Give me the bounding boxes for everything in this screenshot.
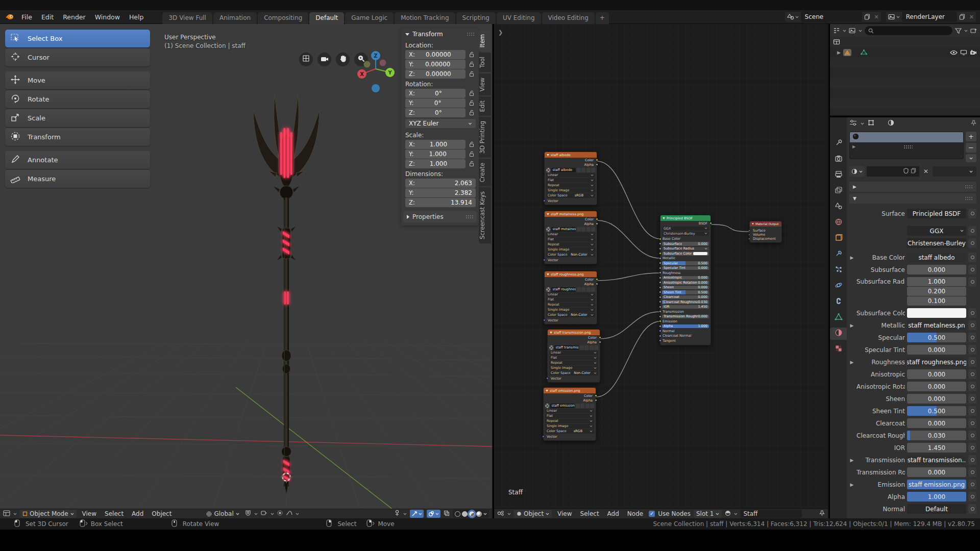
outliner-row-staff[interactable]: ▶ <box>830 47 980 58</box>
properties-editor-icon[interactable] <box>849 119 857 128</box>
input-socket-vector[interactable] <box>546 377 549 380</box>
output-socket-color[interactable] <box>596 159 598 161</box>
value-slider[interactable]: Sheen Tint0.500 <box>662 290 709 294</box>
value-slider-transmission-rough-[interactable]: 0.000 <box>907 467 966 477</box>
outliner-display-mode-icon[interactable] <box>833 26 840 36</box>
value-slider-alpha[interactable]: 1.000 <box>907 492 966 502</box>
sidebar-tab-3d-printing[interactable]: 3D Printing <box>479 117 491 158</box>
animate-dot-button[interactable] <box>968 369 976 379</box>
value-slider[interactable]: Clearcoat Roughness0.030 <box>662 300 709 304</box>
workspace-tab-video-editing[interactable]: Video Editing <box>542 12 595 24</box>
value-slider-clearcoat[interactable]: 0.000 <box>907 418 966 428</box>
use-nodes-checkbox[interactable]: ✓ <box>649 511 655 517</box>
node-dropdown[interactable]: Flat <box>545 414 594 418</box>
colorspace-dropdown[interactable]: Color SpacesRGB <box>545 429 594 434</box>
input-socket[interactable] <box>659 257 662 260</box>
lock-icon[interactable] <box>468 141 476 147</box>
value-slider-ior[interactable]: 1.450 <box>907 443 966 453</box>
value-slider[interactable]: Transmission Roughness0.000 <box>662 315 709 319</box>
tool-move-button[interactable]: Move <box>5 71 150 89</box>
animate-dot-button[interactable] <box>968 238 976 248</box>
rotation-mode-dropdown[interactable]: XYZ Euler <box>405 119 476 128</box>
workspace-tab-default[interactable]: Default <box>309 12 344 24</box>
tool-scale-button[interactable]: Scale <box>5 109 150 127</box>
dimensions-field[interactable]: Z:13.914 <box>405 198 476 207</box>
pin-id-icon[interactable] <box>971 120 976 128</box>
grid-button[interactable] <box>299 53 313 66</box>
expand-icon[interactable]: ▶ <box>849 255 854 260</box>
color-swatch-subsurface-color[interactable] <box>907 308 966 318</box>
node-dropdown[interactable]: Single Image <box>546 308 595 312</box>
texture-link-metallic[interactable]: staff metalness.pn <box>907 320 966 330</box>
workspace-tab-3d-view-full[interactable]: 3D View Full <box>162 12 212 24</box>
slot-specials-button[interactable] <box>966 154 976 162</box>
input-socket-vector[interactable] <box>543 319 546 321</box>
animate-dot-button[interactable] <box>968 277 976 287</box>
sidebar-tab-edit[interactable]: Edit <box>479 96 491 116</box>
shader-editor[interactable]: staff albedo ColorAlpha staff albedo Lin… <box>494 24 829 518</box>
input-socket-volume[interactable] <box>748 234 750 236</box>
animate-dot-button[interactable] <box>968 345 976 355</box>
lock-icon[interactable] <box>468 161 476 167</box>
material-browse-icon[interactable] <box>725 510 731 518</box>
value-slider[interactable]: Anisotropic0.000 <box>662 276 709 280</box>
hide-viewport-eye-icon[interactable] <box>950 49 958 57</box>
rotation-field[interactable]: X:0° <box>405 89 465 98</box>
lock-icon[interactable] <box>468 100 476 106</box>
animate-dot-button[interactable] <box>968 333 976 342</box>
rotation-field[interactable]: Z:0° <box>405 108 465 117</box>
node-header[interactable]: staff transmission.png <box>548 330 600 335</box>
editor-type-icon[interactable] <box>497 510 504 518</box>
panel-grip-icon[interactable] <box>965 196 973 201</box>
node-dropdown[interactable]: Repeat <box>546 303 595 307</box>
copy-icon[interactable] <box>580 404 584 408</box>
input-socket[interactable] <box>659 267 662 269</box>
value-slider-subsurface[interactable]: 0.000 <box>907 265 966 274</box>
new-collection-icon[interactable] <box>970 26 977 36</box>
copy-material-icon[interactable] <box>911 168 916 175</box>
open-icon[interactable] <box>586 287 591 292</box>
properties-tab-tool[interactable] <box>830 138 847 150</box>
fake-user-icon[interactable] <box>577 287 581 292</box>
node-dropdown[interactable]: Linear <box>546 173 595 178</box>
browse-material-button[interactable] <box>849 166 865 177</box>
node-header[interactable]: staff emission.png <box>544 388 596 393</box>
open-icon[interactable] <box>586 168 591 172</box>
input-socket[interactable] <box>659 320 662 322</box>
input-socket[interactable] <box>659 242 662 245</box>
animate-dot-button[interactable] <box>968 394 976 404</box>
input-socket-displacement[interactable] <box>748 238 750 240</box>
animate-dot-button[interactable] <box>968 467 976 477</box>
animate-dot-button[interactable] <box>968 480 976 489</box>
output-socket-color[interactable] <box>599 336 601 339</box>
tool-select-box-button[interactable]: Select Box <box>5 30 150 47</box>
material-output-node[interactable]: Material Output SurfaceVolumeDisplacemen… <box>749 221 782 243</box>
output-socket-alpha[interactable] <box>596 283 598 285</box>
image-name-field[interactable]: staff metalness.png <box>551 227 576 232</box>
input-socket[interactable] <box>659 238 662 240</box>
input-socket[interactable] <box>659 262 662 264</box>
node-dropdown[interactable]: Flat <box>546 297 595 302</box>
navigation-gizmo[interactable]: Z X Y <box>353 48 400 102</box>
input-socket[interactable] <box>659 330 662 332</box>
node-dropdown[interactable]: Single Image <box>545 424 594 429</box>
render-layer-icon[interactable] <box>886 14 902 20</box>
properties-tab-render[interactable] <box>830 154 847 166</box>
tool-transform-button[interactable]: Transform <box>5 128 150 146</box>
value-slider[interactable]: Specular0.500 <box>662 261 709 265</box>
input-socket[interactable] <box>659 277 662 279</box>
input-socket[interactable] <box>659 339 662 342</box>
properties-tab-material[interactable] <box>830 328 847 340</box>
menu-render[interactable]: Render <box>58 12 90 22</box>
copy-icon[interactable] <box>581 287 585 292</box>
lock-icon[interactable] <box>468 52 476 58</box>
menu-file[interactable]: File <box>17 12 37 22</box>
workspace-tab-game-logic[interactable]: Game Logic <box>345 12 394 24</box>
input-socket[interactable] <box>659 310 662 313</box>
node-dropdown[interactable]: Repeat <box>545 419 594 423</box>
material-slot-row[interactable] <box>850 132 963 142</box>
unlink-material-button[interactable]: ✕ <box>921 166 930 177</box>
output-socket-color[interactable] <box>596 218 598 220</box>
vector-component[interactable]: 1.000 <box>907 277 966 286</box>
lock-icon[interactable] <box>468 61 476 67</box>
